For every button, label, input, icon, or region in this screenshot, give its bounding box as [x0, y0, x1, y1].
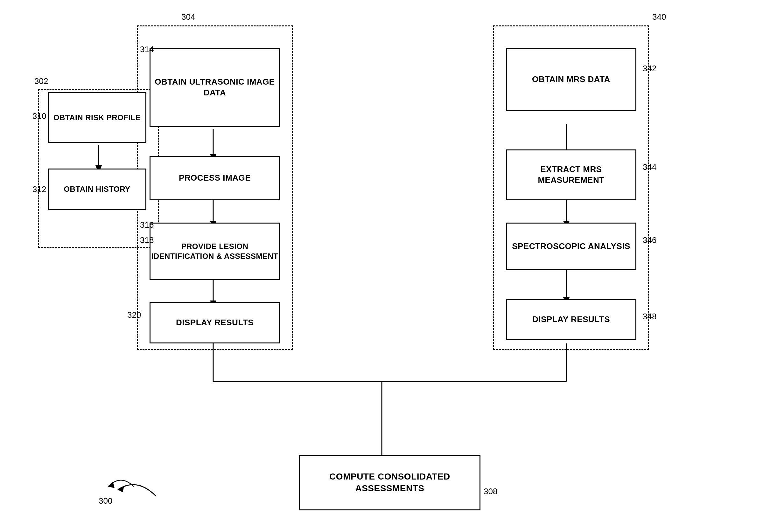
ref-348: 348 — [643, 312, 656, 321]
ref-302: 302 — [34, 76, 48, 86]
ref-318: 318 — [140, 235, 154, 245]
ref-320: 320 — [127, 310, 141, 320]
box-obtain-risk-profile: OBTAIN RISK PROFILE — [48, 92, 146, 143]
ref-346: 346 — [643, 235, 656, 245]
ref-342: 342 — [643, 63, 656, 74]
ref-308: 308 — [484, 487, 497, 496]
diagram-container: OBTAIN RISK PROFILE OBTAIN HISTORY OBTAI… — [0, 0, 777, 532]
box-extract-mrs: EXTRACT MRS MEASUREMENT — [506, 149, 636, 200]
diagram-svg — [0, 0, 777, 532]
box-spectroscopic-analysis: SPECTROSCOPIC ANALYSIS — [506, 223, 636, 270]
box-process-image: PROCESS IMAGE — [149, 156, 280, 200]
ref-312: 312 — [32, 184, 46, 194]
box-obtain-mrs-data: OBTAIN MRS DATA — [506, 48, 636, 111]
box-compute-consolidated: COMPUTE CONSOLIDATED ASSESSMENTS — [299, 455, 480, 510]
box-provide-lesion: PROVIDE LESION IDENTIFICATION & ASSESSME… — [149, 223, 280, 280]
ref-340: 340 — [652, 12, 666, 22]
ref-344: 344 — [643, 162, 656, 172]
box-obtain-history: OBTAIN HISTORY — [48, 168, 146, 210]
ref-304: 304 — [181, 12, 195, 22]
box-display-results-left: DISPLAY RESULTS — [149, 302, 280, 344]
box-obtain-ultrasonic: OBTAIN ULTRASONIC IMAGE DATA — [149, 48, 280, 127]
ref-314: 314 — [140, 44, 154, 54]
box-display-results-right: DISPLAY RESULTS — [506, 299, 636, 340]
ref-310: 310 — [32, 111, 46, 121]
arrow-300-svg — [108, 471, 165, 503]
ref-316: 316 — [140, 220, 154, 230]
